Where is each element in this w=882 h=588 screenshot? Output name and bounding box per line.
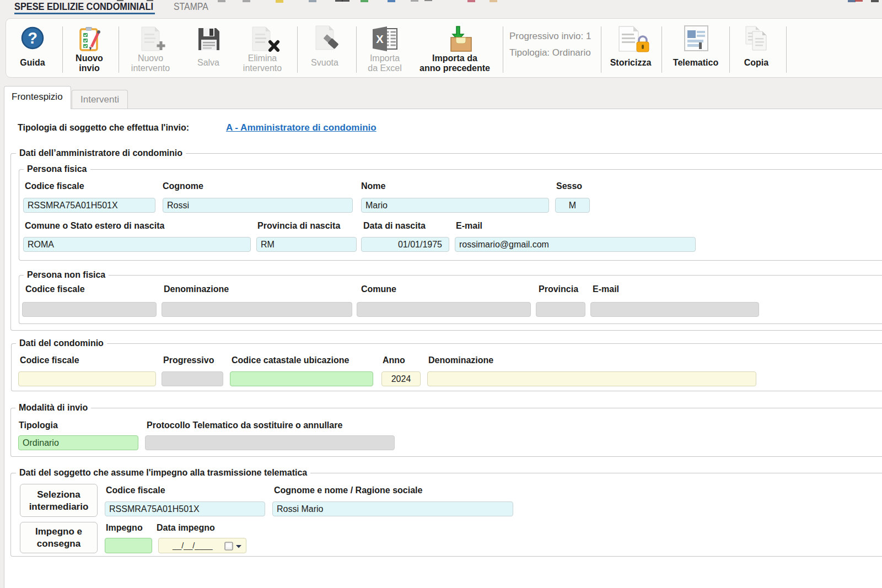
svg-text:?: ? [28, 29, 37, 47]
svg-text:X: X [376, 33, 384, 45]
